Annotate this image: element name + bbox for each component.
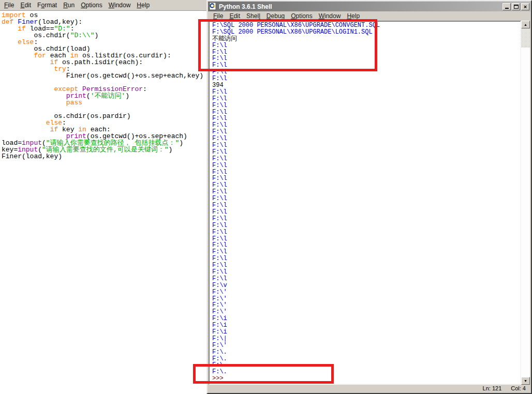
menu-file[interactable]: File xyxy=(210,11,226,21)
shell-line: F:\l xyxy=(212,109,520,116)
menu-options[interactable]: Options xyxy=(78,1,105,10)
shell-text-area[interactable]: F:\SQL 2000 PERSONAL\X86\UPGRADE\CONVGEN… xyxy=(210,22,520,384)
shell-line: >>> xyxy=(212,375,520,382)
shell-line: F:\i xyxy=(212,329,520,336)
scrollbar-track-upper[interactable] xyxy=(521,28,530,47)
shell-line: F:\i xyxy=(212,322,520,329)
shell-line: F:\l xyxy=(212,242,520,249)
shell-line: F:\' xyxy=(212,302,520,309)
shell-line: F:\l xyxy=(212,149,520,156)
maximize-icon xyxy=(514,5,519,9)
shell-line: F:\. xyxy=(212,349,520,356)
shell-line: F:\' xyxy=(212,309,520,315)
shell-window: Python 3.6.1 Shell × FileEditShellDebugO… xyxy=(206,0,532,394)
shell-line: F:\l xyxy=(212,42,520,49)
shell-line: F:\i xyxy=(212,315,520,322)
shell-line: F:\l xyxy=(212,276,520,282)
shell-line: 不能访问 xyxy=(212,36,520,42)
shell-line: F:\' xyxy=(212,296,520,302)
shell-line: F:\l xyxy=(212,115,520,122)
shell-line: F:\l xyxy=(212,262,520,269)
shell-line: F:\l xyxy=(212,169,520,176)
shell-line: F:\l xyxy=(212,96,520,102)
minimize-icon xyxy=(505,8,509,9)
menu-help[interactable]: Help xyxy=(344,11,363,21)
maximize-button[interactable] xyxy=(512,3,520,10)
shell-line: F:\l xyxy=(212,162,520,169)
shell-line: F:\l xyxy=(212,269,520,276)
shell-line: F:\l xyxy=(212,122,520,129)
scrollbar-track[interactable] xyxy=(521,28,530,377)
python-idle-icon xyxy=(209,3,217,10)
scrollbar-down-button[interactable]: ▼ xyxy=(521,377,530,385)
menu-file[interactable]: File xyxy=(1,1,17,10)
shell-line: F:\l xyxy=(212,75,520,82)
menu-debug[interactable]: Debug xyxy=(263,11,288,21)
shell-titlebar[interactable]: Python 3.6.1 Shell × xyxy=(208,2,530,11)
shell-line: F:\l xyxy=(212,202,520,209)
shell-line: F:\l xyxy=(212,156,520,162)
editor-window: FileEditFormatRunOptionsWindowHelp impor… xyxy=(0,0,206,394)
down-arrow-icon: ▼ xyxy=(524,379,527,383)
menu-shell[interactable]: Shell xyxy=(243,11,263,21)
minimize-button[interactable] xyxy=(503,3,511,10)
shell-line: F:\. xyxy=(212,362,520,369)
scrollbar-thumb[interactable] xyxy=(521,47,530,377)
shell-line: F:\l xyxy=(212,175,520,182)
shell-menubar: FileEditShellDebugOptionsWindowHelp xyxy=(208,11,530,20)
shell-line: F:\l xyxy=(212,182,520,189)
shell-line: F:\' xyxy=(212,342,520,349)
shell-line: F:\l xyxy=(212,135,520,142)
menu-run[interactable]: Run xyxy=(60,1,78,10)
shell-line: F:\l xyxy=(212,189,520,195)
editor-menubar: FileEditFormatRunOptionsWindowHelp xyxy=(0,0,206,11)
menu-format[interactable]: Format xyxy=(34,1,60,10)
shell-line: F:\l xyxy=(212,129,520,135)
shell-line: F:\l xyxy=(212,69,520,75)
shell-line: F:\l xyxy=(212,62,520,69)
shell-line: F:\l xyxy=(212,249,520,255)
shell-line: F:\l xyxy=(212,255,520,262)
shell-line: F:\l xyxy=(212,195,520,202)
shell-line: F:\l xyxy=(212,102,520,109)
editor-text-area[interactable]: import osdef Finer(load,key): if load=="… xyxy=(0,11,206,394)
shell-line: F:\l xyxy=(212,49,520,56)
shell-line: 394 xyxy=(212,82,520,89)
scrollbar-up-button[interactable]: ▲ xyxy=(521,21,530,28)
screen: FileEditFormatRunOptionsWindowHelp impor… xyxy=(0,0,532,394)
status-column-number: Col: 4 xyxy=(506,385,530,392)
code-line: pass xyxy=(2,99,206,106)
shell-output-frame: F:\SQL 2000 PERSONAL\X86\UPGRADE\CONVGEN… xyxy=(209,21,521,385)
menu-options[interactable]: Options xyxy=(288,11,315,21)
shell-line: F:\. xyxy=(212,356,520,362)
close-icon: × xyxy=(524,4,527,9)
code-line: Finer(load,key) xyxy=(2,153,206,160)
menu-help[interactable]: Help xyxy=(134,1,153,10)
close-button[interactable]: × xyxy=(521,3,529,10)
window-title: Python 3.6.1 Shell xyxy=(219,3,501,10)
shell-line: F:\v xyxy=(212,282,520,289)
menu-window[interactable]: Window xyxy=(106,1,134,10)
shell-line: F:\| xyxy=(212,336,520,342)
shell-line: F:\' xyxy=(212,289,520,296)
shell-line: F:\. xyxy=(212,369,520,375)
shell-line: F:\l xyxy=(212,89,520,96)
status-line-number: Ln: 121 xyxy=(478,385,507,392)
shell-scrollbar[interactable]: ▲ ▼ xyxy=(521,21,530,385)
shell-line: F:\SQL 2000 PERSONAL\X86\UPGRADE\CONVGEN… xyxy=(212,22,520,29)
shell-line: F:\l xyxy=(212,55,520,62)
up-arrow-icon: ▲ xyxy=(524,23,527,26)
menu-edit[interactable]: Edit xyxy=(17,1,34,10)
shell-line: F:\l xyxy=(212,142,520,149)
shell-line: F:\l xyxy=(212,236,520,243)
shell-status-bar: Ln: 121 Col: 4 xyxy=(208,385,530,392)
shell-line: F:\l xyxy=(212,209,520,216)
shell-line: F:\l xyxy=(212,229,520,236)
menu-edit[interactable]: Edit xyxy=(226,11,243,21)
shell-line: F:\l xyxy=(212,222,520,229)
shell-line: F:\l xyxy=(212,216,520,222)
code-line: Finer(os.getcwd()+os.sep+each,key) xyxy=(2,72,206,79)
shell-line: F:\SQL 2000 PERSONAL\X86\UPGRADE\LOGIN1.… xyxy=(212,29,520,36)
menu-window[interactable]: Window xyxy=(316,11,344,21)
